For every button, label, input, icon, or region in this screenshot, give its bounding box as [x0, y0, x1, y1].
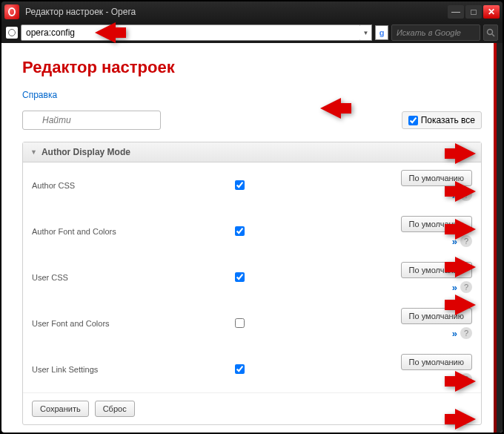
section-header[interactable]: ▼ Author Display Mode [23, 142, 481, 162]
help-icon[interactable]: ? [460, 373, 472, 385]
details-link[interactable]: » [452, 190, 457, 201]
help-icon[interactable]: ? [460, 281, 472, 293]
user-link-checkbox[interactable] [235, 364, 245, 374]
default-button[interactable]: По умолчанию [401, 308, 472, 324]
collapse-icon: ▼ [30, 148, 37, 156]
details-link[interactable]: » [452, 374, 457, 385]
opera-menu-button[interactable] [4, 4, 19, 19]
google-icon[interactable]: g [375, 25, 388, 40]
user-font-checkbox[interactable] [235, 318, 245, 328]
window-title: Редактор настроек - Opera [25, 7, 448, 17]
gear-icon [8, 29, 16, 36]
maximize-button[interactable]: □ [465, 5, 482, 19]
search-input[interactable]: Искать в Google [391, 24, 480, 41]
setting-row: Author Font and Colors По умолчанию » ? [23, 208, 481, 254]
help-icon[interactable]: ? [460, 189, 472, 201]
search-button[interactable] [483, 24, 498, 41]
opera-icon [8, 7, 16, 16]
details-link[interactable]: » [452, 328, 457, 339]
show-all-toggle[interactable]: Показать все [402, 111, 482, 129]
find-input[interactable] [22, 111, 161, 130]
help-link[interactable]: Справка [22, 90, 57, 100]
scrollbar[interactable] [497, 43, 503, 433]
section-author-display-mode: ▼ Author Display Mode Author CSS По умол… [22, 142, 482, 425]
url-dropdown[interactable]: ▼ [360, 24, 372, 41]
page-icon [6, 27, 18, 39]
magnifier-icon [486, 28, 495, 37]
page-title: Редактор настроек [22, 58, 482, 77]
user-css-checkbox[interactable] [235, 272, 245, 282]
window-controls: — □ ✕ [448, 5, 500, 19]
setting-row: User CSS По умолчанию » ? [23, 254, 481, 300]
default-button[interactable]: По умолчанию [401, 354, 472, 370]
close-button[interactable]: ✕ [483, 5, 500, 19]
default-button[interactable]: По умолчанию [401, 170, 472, 186]
show-all-checkbox[interactable] [408, 116, 418, 125]
page-content: Редактор настроек Справка Показать все ▼… [1, 43, 503, 433]
author-css-checkbox[interactable] [235, 180, 245, 190]
default-button[interactable]: По умолчанию [401, 216, 472, 232]
svg-line-1 [492, 34, 494, 36]
details-link[interactable]: » [452, 282, 457, 293]
help-icon[interactable]: ? [460, 327, 472, 339]
address-bar: ▼ g Искать в Google [1, 22, 503, 43]
find-row: Показать все [22, 111, 482, 130]
setting-row: Author CSS По умолчанию » ? [23, 162, 481, 208]
help-icon[interactable]: ? [460, 235, 472, 247]
author-font-checkbox[interactable] [235, 226, 245, 236]
svg-point-0 [488, 30, 493, 35]
setting-row: User Link Settings По умолчанию » ? [23, 346, 481, 392]
minimize-button[interactable]: — [448, 5, 464, 19]
reset-button[interactable]: Сброс [95, 401, 135, 417]
browser-window: Редактор настроек - Opera — □ ✕ ▼ g Иска… [1, 1, 503, 433]
save-button[interactable]: Сохранить [32, 401, 89, 417]
url-input[interactable] [21, 24, 361, 41]
setting-row: User Font and Colors По умолчанию » ? [23, 300, 481, 346]
titlebar: Редактор настроек - Opera — □ ✕ [1, 1, 503, 22]
section-actions: Сохранить Сброс [23, 392, 481, 424]
default-button[interactable]: По умолчанию [401, 262, 472, 278]
details-link[interactable]: » [452, 236, 457, 247]
